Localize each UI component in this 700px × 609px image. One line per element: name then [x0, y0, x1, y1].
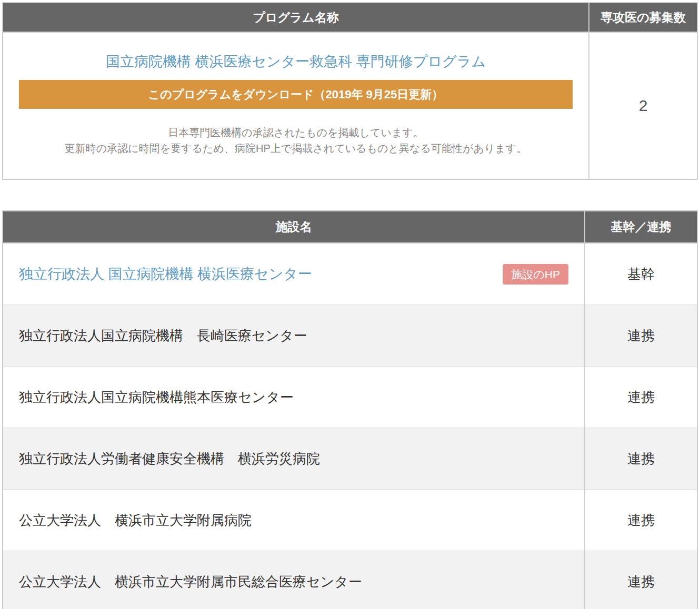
recruit-count-header: 専攻医の募集数 [589, 3, 697, 32]
program-name-header: プログラム名称 [3, 3, 589, 32]
program-table-body-row: 国立病院機構 横浜医療センター救急科 専門研修プログラム このプログラムをダウン… [3, 32, 697, 179]
program-note-line1: 日本専門医機構の承認されたものを掲載しています。 [19, 125, 573, 140]
facility-table-header-row: 施設名 基幹／連携 [3, 211, 697, 243]
facility-name: 独立行政法人国立病院機構 長崎医療センター [3, 305, 585, 367]
recruit-count-value: 2 [589, 32, 697, 179]
facility-role-header: 基幹／連携 [585, 211, 697, 243]
download-program-button[interactable]: このプログラムをダウンロード（2019年 9月25日更新） [19, 80, 573, 109]
facility-name: 公立大学法人 横浜市立大学附属市民総合医療センター [3, 551, 585, 609]
program-table: プログラム名称 専攻医の募集数 国立病院機構 横浜医療センター救急科 専門研修プ… [2, 2, 698, 180]
facility-row: 公立大学法人 横浜市立大学附属市民総合医療センター 連携 [3, 551, 697, 609]
facility-role: 連携 [585, 305, 697, 367]
program-info-cell: 国立病院機構 横浜医療センター救急科 専門研修プログラム このプログラムをダウン… [3, 32, 589, 179]
table-gap [2, 180, 698, 210]
facility-role: 連携 [585, 428, 697, 490]
facility-row: 公立大学法人 横浜市立大学附属病院 連携 [3, 490, 697, 551]
facility-role: 連携 [585, 367, 697, 428]
facility-role: 連携 [585, 490, 697, 551]
facility-row: 独立行政法人国立病院機構 長崎医療センター 連携 [3, 305, 697, 367]
facility-name: 独立行政法人労働者健康安全機構 横浜労災病院 [3, 428, 585, 490]
facility-role: 連携 [585, 551, 697, 609]
program-table-header-row: プログラム名称 専攻医の募集数 [3, 3, 697, 32]
facility-table: 施設名 基幹／連携 独立行政法人 国立病院機構 横浜医療センター 施設のHP 基… [2, 210, 698, 609]
facility-name-header: 施設名 [3, 211, 585, 243]
facility-row: 独立行政法人 国立病院機構 横浜医療センター 施設のHP 基幹 [3, 243, 697, 305]
facility-link[interactable]: 独立行政法人 国立病院機構 横浜医療センター [19, 265, 312, 283]
page: プログラム名称 専攻医の募集数 国立病院機構 横浜医療センター救急科 専門研修プ… [0, 0, 700, 609]
facility-name: 公立大学法人 横浜市立大学附属病院 [3, 490, 585, 551]
facility-role: 基幹 [585, 243, 697, 305]
program-notes: 日本専門医機構の承認されたものを掲載しています。 更新時の承認に時間を要するため… [19, 125, 573, 156]
facility-row: 独立行政法人労働者健康安全機構 横浜労災病院 連携 [3, 428, 697, 490]
program-note-line2: 更新時の承認に時間を要するため、病院HP上で掲載されているものと異なる可能性があ… [19, 140, 573, 156]
facility-row: 独立行政法人国立病院機構熊本医療センター 連携 [3, 367, 697, 428]
facility-name: 独立行政法人国立病院機構熊本医療センター [3, 367, 585, 428]
facility-name-cell: 独立行政法人 国立病院機構 横浜医療センター 施設のHP [3, 243, 585, 305]
program-title-link[interactable]: 国立病院機構 横浜医療センター救急科 専門研修プログラム [106, 53, 486, 70]
facility-hp-badge[interactable]: 施設のHP [503, 264, 568, 285]
